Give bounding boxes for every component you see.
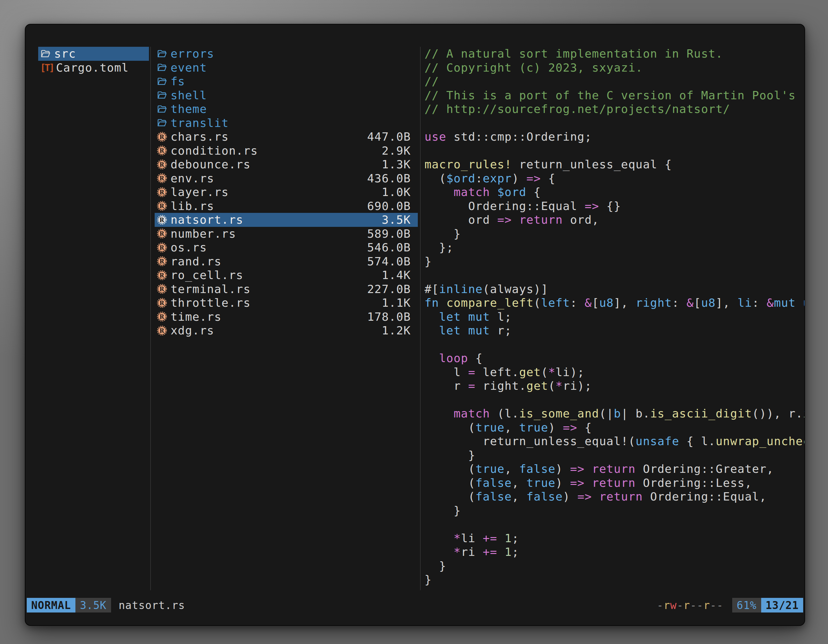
code-line: let mut r;	[425, 324, 804, 338]
file-row[interactable]: event	[155, 61, 418, 75]
item-size: 227.0B	[367, 282, 411, 296]
item-name: throttle.rs	[171, 296, 251, 309]
code-line: }	[425, 573, 804, 587]
rust-file-icon: R	[157, 201, 168, 211]
file-row[interactable]: R layer.rs 1.0K	[155, 185, 418, 199]
file-row[interactable]: R terminal.rs 227.0B	[155, 282, 418, 296]
file-row[interactable]: R throttle.rs 1.1K	[155, 296, 418, 310]
code-line: l = left.get(*li);	[425, 365, 804, 379]
file-row[interactable]: R debounce.rs 1.3K	[155, 158, 418, 171]
permissions-label: -rw-r--r--	[657, 598, 723, 613]
item-name: rand.rs	[171, 255, 221, 268]
file-row[interactable]: R ro_cell.rs 1.4K	[155, 268, 418, 282]
file-row[interactable]: shell	[155, 88, 418, 102]
item-icon-slot: R	[157, 242, 168, 253]
code-line: #[inline(always)]	[425, 282, 804, 296]
status-spacer	[185, 598, 657, 613]
file-row[interactable]: translit	[155, 116, 418, 130]
item-icon-slot: [T]	[40, 62, 53, 73]
item-icon-slot	[157, 104, 168, 114]
item-icon-slot: R	[157, 256, 168, 266]
toml-file-icon: [T]	[40, 62, 53, 73]
file-row[interactable]: R time.rs 178.0B	[155, 310, 418, 324]
open-folder-icon	[157, 62, 168, 73]
item-name: translit	[171, 116, 229, 130]
file-row[interactable]: errors	[155, 47, 418, 61]
rust-file-icon: R	[157, 228, 168, 239]
item-size: 447.0B	[367, 130, 411, 143]
rust-file-icon: R	[157, 145, 168, 156]
svg-text:R: R	[160, 258, 165, 265]
svg-text:R: R	[160, 133, 165, 140]
rust-file-icon: R	[157, 132, 168, 142]
current-pane: errors event fs shell theme translit	[155, 47, 418, 587]
code-line: match (l.is_some_and(|b| b.is_ascii_digi…	[425, 407, 804, 421]
code-line: ($ord:expr) => {	[425, 171, 804, 185]
code-line: };	[425, 241, 804, 255]
file-row[interactable]: R natsort.rs 3.5K	[155, 213, 418, 227]
code-line: //	[425, 74, 804, 88]
rust-file-icon: R	[157, 215, 168, 225]
code-line: *ri += 1;	[425, 545, 804, 559]
parent-item[interactable]: src	[38, 47, 149, 61]
item-icon-slot: R	[157, 132, 168, 142]
code-line: }	[425, 504, 804, 518]
item-size: 574.0B	[367, 255, 411, 268]
item-name: os.rs	[171, 241, 207, 254]
code-line	[425, 144, 804, 158]
item-name: number.rs	[171, 227, 236, 240]
rust-file-icon: R	[157, 298, 168, 308]
rust-file-icon: R	[157, 187, 168, 197]
file-row[interactable]: fs	[155, 74, 418, 88]
file-row[interactable]: R condition.rs 2.9K	[155, 144, 418, 158]
file-row[interactable]: R lib.rs 690.0B	[155, 199, 418, 213]
rust-file-icon: R	[157, 242, 168, 253]
file-row[interactable]: R rand.rs 574.0B	[155, 255, 418, 268]
yazi-file-manager-window: src [T] Cargo.toml errors event fs shell	[25, 24, 805, 626]
code-line: loop {	[425, 351, 804, 365]
parent-pane: src [T] Cargo.toml	[38, 47, 149, 587]
code-line	[425, 393, 804, 407]
svg-text:R: R	[160, 230, 165, 237]
open-folder-icon	[157, 49, 168, 59]
svg-text:R: R	[160, 216, 165, 223]
item-size: 1.2K	[382, 324, 411, 337]
item-name: xdg.rs	[171, 324, 214, 337]
file-row[interactable]: R number.rs 589.0B	[155, 227, 418, 241]
item-icon-slot: R	[157, 298, 168, 308]
item-icon-slot: R	[157, 325, 168, 336]
rust-file-icon: R	[157, 325, 168, 336]
item-icon-slot	[157, 118, 168, 128]
item-size: 1.4K	[382, 268, 411, 282]
file-row[interactable]: R chars.rs 447.0B	[155, 130, 418, 144]
item-size: 436.0B	[367, 172, 411, 185]
file-row[interactable]: theme	[155, 102, 418, 116]
item-icon-slot: R	[157, 173, 168, 183]
item-name: condition.rs	[171, 144, 258, 157]
code-preview-pane: // A natural sort implementation in Rust…	[425, 47, 804, 587]
svg-text:R: R	[160, 244, 165, 251]
file-row[interactable]: R os.rs 546.0B	[155, 241, 418, 255]
code-line: match $ord {	[425, 185, 804, 199]
item-icon-slot: R	[157, 284, 168, 294]
item-size: 546.0B	[367, 241, 411, 254]
code-line: }	[425, 255, 804, 268]
item-icon-slot: R	[157, 270, 168, 280]
code-line: (false, true) => return Ordering::Less,	[425, 476, 804, 490]
status-bar: NORMAL 3.5K natsort.rs -rw-r--r-- 61% 13…	[27, 598, 803, 613]
code-line: fn compare_left(left: &[u8], right: &[u8…	[425, 296, 804, 310]
open-folder-icon	[157, 104, 168, 114]
item-name: env.rs	[171, 172, 214, 185]
item-icon-slot	[157, 90, 168, 100]
parent-item[interactable]: [T] Cargo.toml	[38, 61, 149, 75]
item-name: theme	[171, 102, 207, 116]
item-size: 690.0B	[367, 199, 411, 213]
code-line: // This is a port of the C version of Ma…	[425, 88, 804, 102]
code-line: Ordering::Equal => {}	[425, 199, 804, 213]
pane-divider	[150, 47, 151, 590]
code-line: }	[425, 559, 804, 573]
code-line	[425, 116, 804, 130]
file-row[interactable]: R xdg.rs 1.2K	[155, 324, 418, 338]
code-line: return_unless_equal!(unsafe { l.unwrap_u…	[425, 434, 804, 448]
file-row[interactable]: R env.rs 436.0B	[155, 171, 418, 185]
